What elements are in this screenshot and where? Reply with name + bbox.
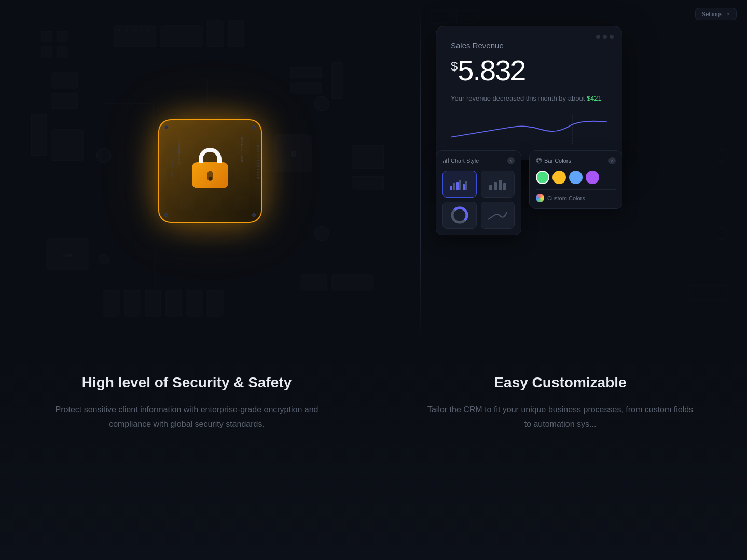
- svg-rect-19: [208, 290, 223, 316]
- customizable-feature-column: Easy Customizable Tailor the CRM to fit …: [374, 373, 747, 431]
- custom-colors-row[interactable]: Custom Colors: [536, 189, 616, 202]
- revenue-desc-prefix: Your revenue decreased this month by abo…: [451, 94, 587, 102]
- card-dot-2: [603, 35, 607, 39]
- svg-rect-17: [166, 290, 182, 316]
- bar-colors-close[interactable]: ×: [608, 157, 616, 164]
- svg-rect-32: [290, 67, 322, 78]
- svg-rect-1: [161, 26, 202, 47]
- svg-rect-0: [114, 26, 156, 47]
- bottom-section: High level of Security & Safety Protect …: [0, 342, 747, 560]
- svg-rect-2: [208, 21, 223, 47]
- section-divider: [420, 0, 421, 342]
- svg-rect-58: [463, 184, 465, 190]
- svg-point-38: [140, 29, 142, 31]
- settings-close[interactable]: ×: [727, 11, 730, 17]
- svg-rect-50: [443, 161, 444, 163]
- svg-rect-59: [465, 181, 467, 190]
- svg-point-20: [96, 148, 111, 163]
- svg-rect-15: [125, 290, 140, 316]
- svg-rect-14: [104, 290, 119, 316]
- svg-rect-7: [52, 130, 83, 161]
- visual-area: ▦: [0, 0, 747, 342]
- svg-point-69: [537, 161, 539, 163]
- svg-point-22: [314, 226, 329, 241]
- revenue-decrease-amount: $421: [587, 94, 602, 102]
- chart-style-title: Chart Style: [442, 158, 479, 164]
- custom-colors-icon: [536, 194, 544, 202]
- revenue-description: Your revenue decreased this month by abo…: [451, 93, 607, 104]
- svg-rect-53: [448, 158, 449, 163]
- custom-colors-label: Custom Colors: [547, 195, 585, 201]
- color-swatches: [536, 171, 616, 184]
- svg-point-35: [118, 29, 120, 31]
- chart-type-donut[interactable]: [442, 202, 477, 229]
- svg-rect-3: [228, 21, 244, 47]
- revenue-amount: $ 5.832: [451, 56, 607, 85]
- bar-colors-header: Bar Colors ×: [536, 157, 616, 164]
- svg-rect-43: [332, 275, 374, 290]
- svg-point-21: [314, 96, 329, 111]
- svg-point-36: [126, 29, 128, 31]
- mini-chart: [451, 114, 607, 145]
- left-visual: ▦: [0, 0, 420, 342]
- revenue-card: Sales Revenue $ 5.832 Your revenue decre…: [436, 26, 622, 160]
- svg-point-66: [536, 158, 542, 163]
- svg-rect-9: [57, 31, 67, 41]
- svg-rect-16: [145, 290, 161, 316]
- svg-text:intel: intel: [63, 253, 73, 258]
- svg-rect-48: [690, 285, 726, 301]
- chip-label-right: NATIVESHIELD: [257, 145, 260, 180]
- svg-rect-11: [57, 47, 67, 57]
- svg-point-46: [715, 149, 727, 162]
- svg-rect-42: [301, 275, 327, 290]
- svg-rect-6: [31, 114, 47, 156]
- chart-style-panel: Chart Style ×: [436, 150, 521, 235]
- line-icon: [487, 208, 508, 222]
- bar-colors-label: Bar Colors: [544, 158, 571, 164]
- settings-indicator[interactable]: Settings ×: [695, 8, 737, 20]
- svg-rect-41: [353, 176, 384, 189]
- color-swatch-blue[interactable]: [569, 171, 583, 184]
- svg-rect-5: [52, 93, 78, 109]
- svg-rect-8: [42, 31, 52, 41]
- svg-rect-56: [457, 182, 459, 190]
- svg-rect-51: [445, 160, 446, 163]
- chart-icon: [442, 158, 449, 164]
- settings-label: Settings: [702, 11, 723, 17]
- svg-rect-61: [494, 182, 497, 190]
- bar-grouped-icon: [449, 177, 470, 191]
- svg-rect-10: [42, 47, 52, 57]
- page-wrapper: ▦: [0, 0, 747, 560]
- revenue-number: 5.832: [458, 56, 525, 85]
- svg-point-23: [99, 254, 109, 264]
- svg-rect-57: [459, 180, 461, 190]
- chart-style-close[interactable]: ×: [507, 157, 515, 164]
- security-chip: 124STRONG8612 NATIVESHIELD: [158, 119, 262, 223]
- customizable-feature-desc: Tailor the CRM to fit your unique busine…: [425, 402, 695, 430]
- color-swatch-purple[interactable]: [586, 171, 599, 184]
- security-feature-desc: Protect sensitive client information wit…: [52, 402, 322, 430]
- lock-icon: [187, 148, 233, 194]
- svg-rect-18: [187, 290, 202, 316]
- svg-rect-55: [453, 183, 455, 190]
- svg-rect-40: [353, 145, 384, 169]
- card-dots: [596, 35, 614, 39]
- chart-line-svg: [451, 114, 607, 145]
- chart-type-line[interactable]: [481, 202, 515, 229]
- svg-rect-4: [52, 73, 78, 88]
- currency-symbol: $: [451, 59, 458, 74]
- chart-type-bar-single[interactable]: [481, 171, 515, 198]
- svg-point-67: [537, 159, 539, 161]
- chip-label-left: 124STRONG8612: [170, 144, 174, 181]
- svg-rect-33: [290, 83, 322, 93]
- color-swatch-yellow[interactable]: [552, 171, 566, 184]
- bar-single-icon: [487, 177, 508, 191]
- svg-rect-62: [499, 180, 502, 190]
- chart-type-bar-grouped[interactable]: [442, 171, 477, 198]
- svg-rect-44: [431, 10, 451, 23]
- chart-style-header: Chart Style ×: [442, 157, 515, 164]
- bar-colors-title: Bar Colors: [536, 158, 571, 164]
- color-swatch-green[interactable]: [536, 171, 549, 184]
- svg-point-68: [540, 159, 541, 161]
- security-feature-title: High level of Security & Safety: [82, 373, 292, 392]
